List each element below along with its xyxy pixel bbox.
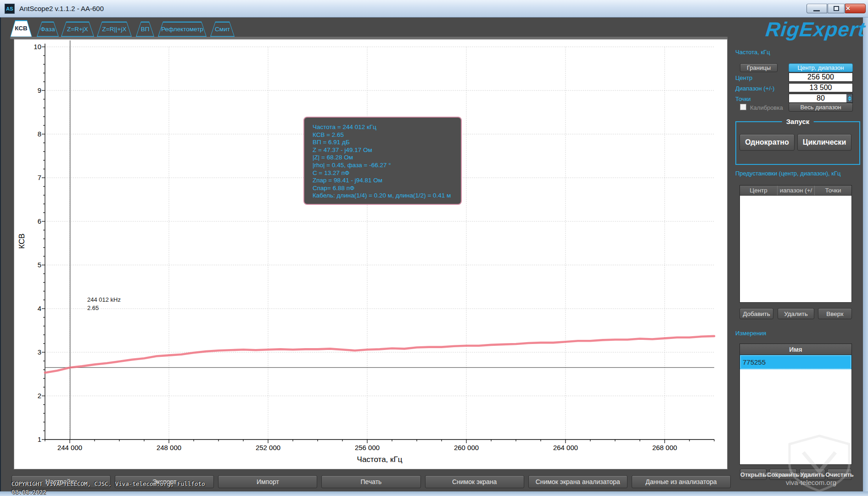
app-icon: AS <box>5 4 15 14</box>
window-frame-bottom <box>0 491 868 496</box>
tooltip-line: Кабель: длина(1/4) = 0.20 м, длина(1/2) … <box>313 192 461 200</box>
center-input[interactable] <box>789 73 853 82</box>
presets-section-label: Предустановки (центр, диапазон), кГц <box>735 170 840 177</box>
print-button[interactable]: Печать <box>321 475 420 488</box>
tooltip-line: C = 13.27 пФ <box>313 169 461 177</box>
bounds-mode-button[interactable]: Границы <box>740 63 778 72</box>
measurement-tooltip: Частота = 244 012 кГц КСВ = 2.65 ВП = 6.… <box>303 117 462 205</box>
run-once-button[interactable]: Однократно <box>739 134 795 151</box>
cursor-freq-annotation: 244 012 kHz <box>87 296 121 303</box>
tab-z-series[interactable]: Z=R+jX <box>61 22 94 37</box>
calibration-checkbox[interactable] <box>740 104 746 110</box>
watermark-company: ЗАО "Вива-Телеком" <box>758 471 815 478</box>
tab-z-parallel[interactable]: Z=R||+jX <box>97 22 132 37</box>
x-tick-label: 244 000 <box>49 444 90 451</box>
y-tick-label: 5 <box>25 261 41 269</box>
run-group-title: Запуск <box>782 118 814 125</box>
tooltip-line: Частота = 244 012 кГц <box>313 124 461 131</box>
preset-remove-button[interactable]: Удалить <box>778 308 814 319</box>
calibration-label: Калибровка <box>750 104 783 111</box>
tab-reflectometer[interactable]: Рефлектометр <box>158 22 207 37</box>
measurement-row-selected[interactable]: 775255 <box>740 355 851 369</box>
center-span-mode-button[interactable]: Центр, диапазон <box>789 63 853 72</box>
close-button[interactable]: ✕ <box>845 4 866 13</box>
x-tick-label: 252 000 <box>247 444 289 451</box>
frequency-section-label: Частота, кГц <box>735 49 770 56</box>
swr-chart-plot[interactable] <box>27 40 725 446</box>
preset-up-button[interactable]: Вверх <box>818 308 852 319</box>
tooltip-line: ВП = 6.91 дБ <box>313 139 461 147</box>
y-tick-label: 3 <box>25 348 41 356</box>
points-stepper[interactable] <box>846 94 852 102</box>
tab-phase[interactable]: Фаза <box>37 22 59 37</box>
close-icon: ✕ <box>846 5 851 12</box>
tooltip-line: Z = 47.37 - j49.17 Ом <box>313 147 461 154</box>
tooltip-line: Спар= 6.88 пФ <box>313 185 461 192</box>
x-axis-title: Частота, кГц <box>334 455 426 464</box>
cursor-value-annotation: 2.65 <box>87 304 99 311</box>
center-label: Центр <box>735 74 752 81</box>
x-tick-label: 264 000 <box>545 444 586 451</box>
screenshot-button[interactable]: Снимок экрана <box>425 475 524 488</box>
window-frame-left <box>0 17 1 491</box>
tab-vp[interactable]: ВП <box>136 22 154 37</box>
span-input[interactable] <box>789 83 853 92</box>
import-button[interactable]: Импорт <box>218 475 317 488</box>
analyzer-screenshot-button[interactable]: Снимок экрана анализатора <box>528 475 627 488</box>
x-tick-label: 256 000 <box>347 444 388 451</box>
presets-header-center[interactable]: Центр <box>740 187 777 194</box>
tab-smith[interactable]: Смит <box>210 22 235 37</box>
presets-table[interactable]: Центр иапазон (+/ Точки <box>739 185 852 303</box>
y-tick-label: 1 <box>25 435 41 443</box>
y-tick-label: 10 <box>25 43 41 51</box>
watermark-copyright: COPYRIGHT VIVA-TELECOM, CJSC. Viva-telec… <box>11 480 205 487</box>
rigexpert-logo: RigExpert <box>741 18 866 41</box>
measurements-section-label: Измерения <box>735 330 766 337</box>
y-tick-label: 6 <box>25 217 41 225</box>
tooltip-line: |Z| = 68.28 Ом <box>313 154 461 162</box>
y-tick-label: 2 <box>25 392 41 400</box>
maximize-button[interactable] <box>828 4 845 13</box>
measurements-header-name[interactable]: Имя <box>740 344 851 355</box>
x-tick-label: 248 000 <box>148 444 190 451</box>
tooltip-line: Zпар = 98.41 - j94.81 Ом <box>313 177 461 185</box>
presets-header-points[interactable]: Точки <box>815 187 851 194</box>
window-frame-right <box>863 17 868 496</box>
tooltip-line: КСВ = 2.65 <box>313 131 461 139</box>
y-tick-label: 7 <box>25 174 41 181</box>
y-tick-label: 9 <box>25 86 41 94</box>
points-input[interactable] <box>789 94 853 103</box>
y-axis-title: КСВ <box>17 227 27 255</box>
minimize-button[interactable] <box>806 4 827 13</box>
stepper-down-icon <box>848 99 851 101</box>
tooltip-line: |rho| = 0.45, фаза = -66.27 ° <box>313 162 461 169</box>
watermark-site: viva-telecom.org <box>786 479 836 486</box>
run-cyclic-button[interactable]: Циклически <box>797 134 851 151</box>
span-label: Диапазон (+/-) <box>735 85 774 92</box>
titlebar: AS AntScope2 v.1.1.2 - AA-600 ✕ <box>0 0 868 17</box>
x-tick-label: 268 000 <box>644 444 685 451</box>
x-tick-label: 260 000 <box>446 444 487 451</box>
minimize-icon <box>813 10 820 11</box>
presets-header-span[interactable]: иапазон (+/ <box>778 187 814 194</box>
full-range-button[interactable]: Весь диапазон <box>789 103 853 112</box>
y-tick-label: 8 <box>25 130 41 138</box>
watermark-date: 03.08.2022 <box>11 489 46 496</box>
analyzer-data-button[interactable]: Данные из анализатора <box>632 475 731 488</box>
window-title: AntScope2 v.1.1.2 - AA-600 <box>19 5 104 12</box>
maximize-icon <box>834 6 839 11</box>
points-label: Точки <box>735 96 751 102</box>
tab-ksv[interactable]: КСВ <box>10 20 32 37</box>
preset-add-button[interactable]: Добавить <box>739 308 773 319</box>
y-tick-label: 4 <box>25 304 41 312</box>
stepper-up-icon <box>848 96 851 98</box>
